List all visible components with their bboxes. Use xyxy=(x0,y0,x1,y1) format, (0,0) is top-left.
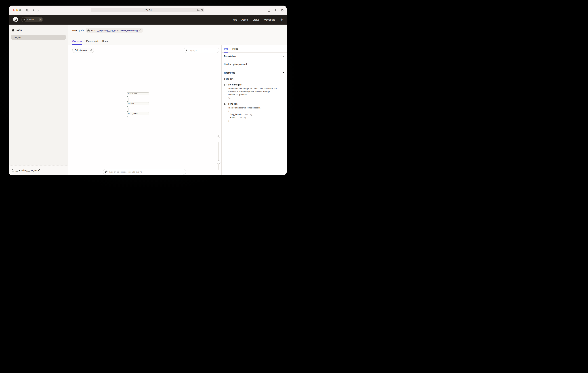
output-dot xyxy=(127,116,128,117)
op-node-multi-three[interactable]: multi_three xyxy=(127,112,149,115)
translate-icon[interactable]: A xyxy=(197,9,200,11)
edge-connector xyxy=(128,108,128,112)
nav-assets[interactable]: Assets xyxy=(242,18,248,21)
schema-field: name?: String xyxy=(228,116,261,119)
resource-name: console xyxy=(228,103,261,105)
page-title: my_job xyxy=(72,28,84,32)
input-dot xyxy=(127,111,128,112)
repository-reload-icon[interactable] xyxy=(38,169,41,172)
forward-button[interactable] xyxy=(37,9,39,11)
schema-open-brace: { xyxy=(228,110,261,113)
highlight-search-icon xyxy=(185,49,188,51)
zoom-window-button[interactable] xyxy=(19,9,21,11)
op-select-label: Select an op... xyxy=(75,49,89,52)
tab-runs[interactable]: Runs xyxy=(102,40,108,45)
output-dot xyxy=(127,96,128,97)
url-bar[interactable]: 127.0.0.1 A xyxy=(91,8,204,12)
minimize-window-button[interactable] xyxy=(16,9,18,11)
job-breadcrumb: Job in __repository__my_job@pipeline_exe… xyxy=(86,28,143,33)
nav-workspace[interactable]: Workspace xyxy=(263,18,275,21)
config-schema: { log_level?: String name?: String } xyxy=(228,110,261,122)
traffic-lights xyxy=(13,9,21,11)
tab-overview-icon[interactable] xyxy=(281,9,284,11)
highlight-input[interactable] xyxy=(184,48,219,53)
sidebar-item-my-job[interactable]: my_job xyxy=(11,35,66,40)
resource-set-name: default xyxy=(224,77,284,80)
chevron-up-down-icon xyxy=(91,49,92,51)
zoom-out-icon[interactable] xyxy=(217,175,220,175)
caret-down-icon xyxy=(283,72,284,73)
zoom-slider-thumb[interactable] xyxy=(217,160,220,164)
tab-types[interactable]: Types xyxy=(232,45,238,53)
schema-close-brace: } xyxy=(228,119,261,122)
settings-gear-icon[interactable]: ⚙ xyxy=(280,18,283,21)
op-subset-icon xyxy=(105,170,108,173)
resource-type: Any xyxy=(228,97,279,99)
info-panel: Info Types Description No description pr… xyxy=(221,45,287,175)
browser-toolbar: 127.0.0.1 A xyxy=(9,6,287,15)
tab-info[interactable]: Info xyxy=(224,45,228,53)
resource-console: console The default colored console logg… xyxy=(221,103,287,122)
sidebar-toggle-icon[interactable] xyxy=(26,9,29,11)
app-header: Search... / Runs Assets Status Workspace… xyxy=(9,15,287,25)
resource-icon xyxy=(224,84,227,99)
breadcrumb-refresh-icon[interactable] xyxy=(139,29,141,31)
op-node-return-one[interactable]: return_one xyxy=(127,92,149,95)
resource-icon xyxy=(224,103,227,122)
close-window-button[interactable] xyxy=(13,9,14,11)
job-graph-icon xyxy=(87,29,90,32)
op-graph-pane: Select an op... xyxy=(68,45,221,175)
nav-runs[interactable]: Runs xyxy=(232,18,237,21)
zoom-in-icon[interactable] xyxy=(217,135,220,138)
caret-down-icon xyxy=(283,56,284,57)
dagster-logo[interactable] xyxy=(12,17,19,23)
back-button[interactable] xyxy=(33,9,34,11)
schema-field: log_level?: String xyxy=(228,113,261,116)
global-search[interactable]: Search... / xyxy=(21,17,43,22)
reload-icon[interactable] xyxy=(201,9,203,11)
resource-description: The default colored console logger. xyxy=(228,106,261,110)
description-body: No description provided xyxy=(221,60,287,69)
sidebar-title: Jobs xyxy=(16,29,22,32)
new-tab-icon[interactable] xyxy=(274,9,277,11)
output-dot xyxy=(127,106,128,107)
repository-name[interactable]: __repository__my_job xyxy=(16,169,37,172)
op-select-dropdown[interactable]: Select an op... xyxy=(72,48,94,53)
job-tabs: Overview Playground Runs xyxy=(72,40,108,45)
op-subset-input[interactable] xyxy=(103,169,186,175)
info-panel-tabs: Info Types xyxy=(221,45,287,53)
resources-accordion[interactable]: Resources xyxy=(221,69,287,76)
resource-name: io_manager xyxy=(228,83,279,86)
desktop-background: 127.0.0.1 A xyxy=(0,0,294,186)
op-node-add-two[interactable]: add_two xyxy=(127,102,149,105)
url-text: 127.0.0.1 xyxy=(143,9,152,11)
input-dot xyxy=(127,101,128,102)
resources-title: Resources xyxy=(224,72,235,74)
breadcrumb-repo-link[interactable]: __repository__my_job@pipeline_execution.… xyxy=(97,29,138,32)
browser-window: 127.0.0.1 A xyxy=(9,6,287,175)
svg-text:A: A xyxy=(198,10,199,11)
graph-zoom-control xyxy=(217,135,221,175)
search-icon xyxy=(22,17,26,22)
jobs-sidebar: Jobs my_job __repository__my_job xyxy=(9,25,68,175)
resource-io-manager: io_manager The default io manager for Jo… xyxy=(221,83,287,99)
repository-row: __repository__my_job xyxy=(9,165,68,175)
search-shortcut-badge: / xyxy=(39,18,42,21)
nav-status[interactable]: Status xyxy=(253,18,259,21)
tab-overview[interactable]: Overview xyxy=(72,40,82,45)
breadcrumb-prefix: Job in xyxy=(91,29,96,32)
share-icon[interactable] xyxy=(268,9,271,12)
job-header: my_job Job in __repository__my_job@pipel… xyxy=(68,25,287,45)
resource-description: The default io manager for Jobs. Uses fi… xyxy=(228,87,279,96)
app-nav: Runs Assets Status Workspace ⚙ xyxy=(232,18,283,21)
search-placeholder: Search... xyxy=(27,19,35,21)
description-accordion[interactable]: Description xyxy=(221,53,287,60)
zoom-slider-track[interactable] xyxy=(218,142,220,170)
edge-connector xyxy=(128,98,128,102)
jobs-graph-icon xyxy=(12,29,14,32)
tab-playground[interactable]: Playground xyxy=(86,40,98,45)
description-title: Description xyxy=(224,55,236,57)
folder-icon xyxy=(12,169,14,172)
